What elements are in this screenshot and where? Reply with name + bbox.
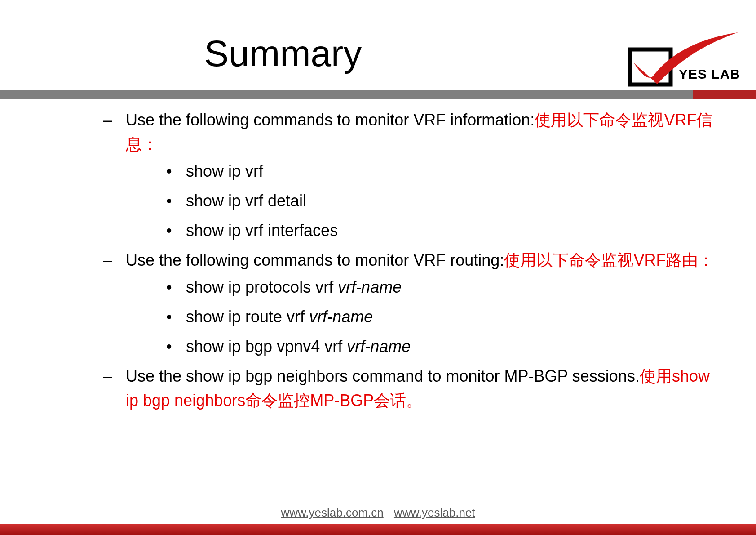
bullet-text-zh: 使用以下命令监视VRF路由：	[504, 251, 714, 269]
logo: YES LAB	[621, 28, 747, 91]
footer-bar	[0, 524, 756, 535]
separator-accent	[693, 90, 756, 99]
bullet-text-en: Use the show ip bgp neighbors command to…	[126, 367, 640, 385]
command-text: show ip protocols vrf	[186, 278, 338, 296]
bullet-l2: show ip protocols vrf vrf-name	[166, 275, 720, 299]
command-text: show ip vrf	[186, 162, 263, 180]
bullet-l2: show ip vrf interfaces	[166, 218, 720, 243]
command-arg: vrf-name	[338, 278, 402, 296]
command-arg: vrf-name	[347, 337, 411, 356]
bullet-l2: show ip route vrf vrf-name	[166, 305, 720, 329]
separator-bar	[0, 90, 756, 99]
command-text: show ip vrf detail	[186, 192, 306, 210]
bullet-l1: Use the show ip bgp neighbors command to…	[103, 364, 720, 413]
footer-links: www.yeslab.com.cn www.yeslab.net	[0, 506, 756, 520]
command-text: show ip route vrf	[186, 308, 309, 326]
content-body: Use the following commands to monitor VR…	[103, 108, 720, 416]
slide-title: Summary	[0, 32, 566, 75]
sub-list: show ip protocols vrf vrf-name show ip r…	[166, 275, 720, 359]
logo-text: YES LAB	[679, 67, 740, 82]
command-text: show ip vrf interfaces	[186, 221, 338, 240]
slide: Summary YES LAB Use the following comman…	[0, 0, 756, 535]
bullet-l1: Use the following commands to monitor VR…	[103, 108, 720, 243]
command-arg: vrf-name	[309, 308, 373, 326]
sub-list: show ip vrf show ip vrf detail show ip v…	[166, 159, 720, 243]
footer-link-1[interactable]: www.yeslab.com.cn	[281, 506, 383, 519]
bullet-text-en: Use the following commands to monitor VR…	[126, 251, 504, 269]
command-text: show ip bgp vpnv4 vrf	[186, 337, 347, 356]
bullet-l2: show ip vrf	[166, 159, 720, 183]
bullet-text-en: Use the following commands to monitor VR…	[126, 111, 535, 129]
footer-link-2[interactable]: www.yeslab.net	[394, 506, 475, 519]
bullet-l2: show ip bgp vpnv4 vrf vrf-name	[166, 334, 720, 359]
bullet-l1: Use the following commands to monitor VR…	[103, 248, 720, 359]
bullet-l2: show ip vrf detail	[166, 189, 720, 213]
